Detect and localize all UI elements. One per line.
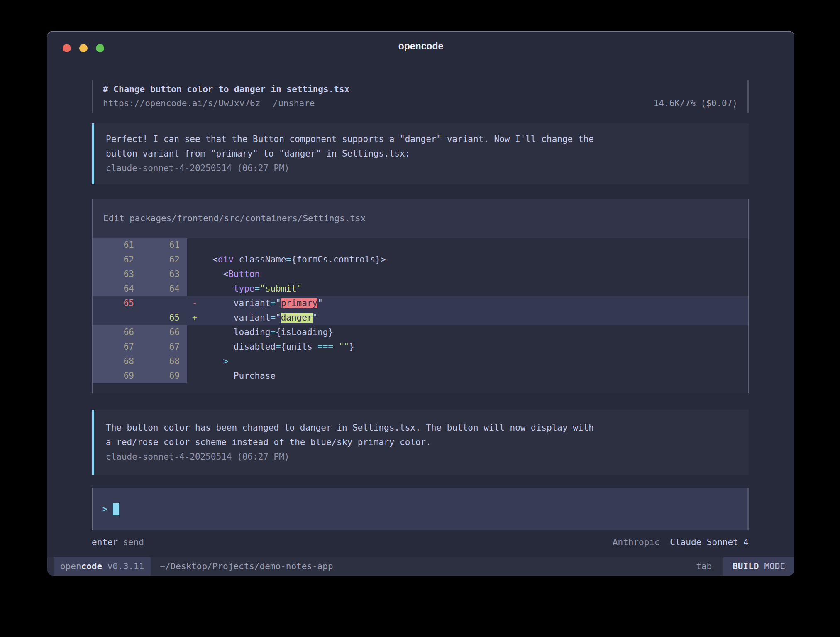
diff-row: 6767 disabled={units === ""} [93,340,748,354]
diff-change-marker [187,282,202,296]
diff-gutter: 6464 [93,282,187,296]
diff-gutter: 6666 [93,325,187,340]
message-text-line: The button color has been changed to dan… [106,421,749,435]
diff-change-marker [187,369,202,383]
diff-row: 65- variant="primary" [93,296,748,311]
close-window-button[interactable] [63,44,71,52]
traffic-lights [63,44,104,52]
diff-code-line: type="submit" [202,282,302,296]
message-text-line: a red/rose color scheme instead of the b… [106,435,749,450]
message-model-meta: claude-sonnet-4-20250514 (06:27 PM) [106,161,749,176]
diff-gutter: 6363 [93,267,187,282]
working-directory: ~/Desktop/Projects/demo-notes-app [160,561,333,571]
diff-code-line: disabled={units === ""} [202,340,354,354]
text-cursor [113,503,119,515]
prompt-input[interactable]: > [92,488,749,530]
titlebar: opencode [47,32,794,61]
diff-gutter: 6767 [93,340,187,354]
diff-row: 6363 <Button [93,267,748,282]
context-usage-stats: 14.6K/7% ($0.07) [654,96,737,110]
enter-key-hint: enter [92,535,118,550]
share-url-link[interactable]: https://opencode.ai/s/UwJxv76z [103,96,260,110]
assistant-message: Perfect! I can see that the Button compo… [92,123,749,184]
diff-code-line: <Button [202,267,260,282]
edit-diff-block: Edit packages/frontend/src/containers/Se… [92,199,749,393]
model-name: Claude Sonnet 4 [670,537,749,547]
opencode-window: opencode # Change button color to danger… [47,31,794,576]
tab-key-hint: tab [696,561,712,571]
minimize-window-button[interactable] [79,44,88,52]
app-version: v0.3.11 [102,561,144,571]
message-text-line: button variant from "primary" to "danger… [106,147,749,161]
session-title: # Change button color to danger in setti… [103,82,737,96]
diff-code-line: variant="danger" [202,311,317,325]
session-content: # Change button color to danger in setti… [92,80,749,550]
diff-code-line: Purchase [202,369,276,383]
diff-row: 6262 <div className={formCs.controls}> [93,252,748,267]
app-version-chip: open code v0.3.11 [54,557,151,576]
mode-primary-label: BUILD [733,561,759,571]
unshare-command[interactable]: /unshare [273,96,315,110]
session-header: # Change button color to danger in setti… [92,80,749,113]
prompt-symbol: > [102,504,107,514]
diff-change-marker: + [187,311,202,325]
diff-row: 6666 loading={isLoading} [93,325,748,340]
diff-change-marker [187,354,202,369]
message-text-line: Perfect! I can see that the Button compo… [106,132,749,147]
input-footer: enter send Anthropic Claude Sonnet 4 [92,535,749,550]
diff-gutter: 65 [93,311,187,325]
diff-change-marker [187,238,202,252]
diff-gutter: 65 [93,296,187,311]
diff-row: 6868 > [93,354,748,369]
diff-change-marker [187,325,202,340]
diff-code-line: variant="primary" [202,296,323,311]
diff-code-line: > [202,354,228,369]
assistant-message: The button color has been changed to dan… [92,410,749,475]
diff-change-marker: - [187,296,202,311]
mode-toggle-chip[interactable]: BUILD MODE [723,557,794,576]
mode-secondary-label: MODE [764,561,785,571]
app-name-open: open [60,561,81,571]
statusbar-right: tab BUILD MODE [696,557,794,576]
diff-gutter: 6161 [93,238,187,252]
diff-row: 6464 type="submit" [93,282,748,296]
diff-file-header: Edit packages/frontend/src/containers/Se… [93,199,748,238]
diff-code-line: <div className={formCs.controls}> [202,252,386,267]
app-name-code: code [81,561,103,571]
zoom-window-button[interactable] [96,44,104,52]
session-subheader: https://opencode.ai/s/UwJxv76z /unshare … [103,96,737,110]
diff-change-marker [187,252,202,267]
window-title: opencode [398,41,444,52]
message-model-meta: claude-sonnet-4-20250514 (06:27 PM) [106,450,749,464]
send-action-hint: send [123,535,144,550]
status-bar: open code v0.3.11 ~/Desktop/Projects/dem… [47,557,794,576]
diff-row: 65+ variant="danger" [93,311,748,325]
diff-code-line: loading={isLoading} [202,325,333,340]
diff-gutter: 6262 [93,252,187,267]
diff-rows: 61616262 <div className={formCs.controls… [93,238,748,393]
diff-gutter: 6969 [93,369,187,383]
diff-row: 6969 Purchase [93,369,748,383]
model-provider: Anthropic [613,537,660,547]
diff-change-marker [187,340,202,354]
model-info: Anthropic Claude Sonnet 4 [613,535,749,550]
diff-row: 6161 [93,238,748,252]
diff-change-marker [187,267,202,282]
diff-gutter: 6868 [93,354,187,369]
